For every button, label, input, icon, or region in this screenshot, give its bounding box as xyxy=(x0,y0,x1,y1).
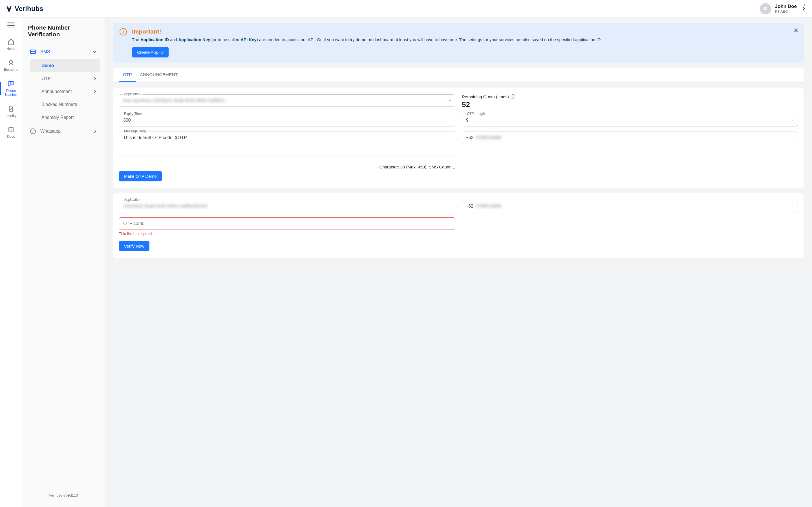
svg-point-6 xyxy=(34,51,35,52)
nav-item-otp[interactable]: OTP xyxy=(30,72,100,85)
alert-body: The Application ID and Application Key (… xyxy=(132,37,797,43)
sms-icon xyxy=(30,48,36,55)
phone-prefix: +62 xyxy=(466,135,473,140)
header: Verihubs JD John Doe PT ABC xyxy=(0,0,812,17)
rail-item-phone[interactable]: Phone Number xyxy=(0,79,22,98)
verify-phone-input[interactable]: 8788218888 xyxy=(462,200,798,212)
tabs-card: OTP ANNOUNCEMENT xyxy=(113,68,804,82)
nav-item-announcement[interactable]: Announcement xyxy=(30,85,100,98)
message-body-input[interactable] xyxy=(119,131,455,157)
user-menu[interactable]: JD John Doe PT ABC xyxy=(760,3,806,14)
verify-application-label: Application xyxy=(122,198,142,202)
otp-code-input[interactable] xyxy=(119,217,455,230)
application-select[interactable]: test-rayorlene-c4318ad1-5ba8-4c92-945a-1… xyxy=(119,94,455,107)
tab-announcement[interactable]: ANNOUNCEMENT xyxy=(136,68,182,82)
rail-item-docs[interactable]: Docs xyxy=(0,125,22,140)
quota-label: Remaining Quota (times) i xyxy=(462,94,798,99)
svg-point-5 xyxy=(33,51,33,52)
message-icon xyxy=(8,80,14,87)
make-otp-demo-button[interactable]: Make OTP Demo xyxy=(119,171,162,181)
svg-point-7 xyxy=(31,129,36,134)
user-name: John Doe xyxy=(775,4,797,9)
main-content: i Important! The Application ID and Appl… xyxy=(105,17,812,507)
tab-otp[interactable]: OTP xyxy=(119,68,136,82)
otp-length-select[interactable] xyxy=(462,114,798,126)
notification-dot-icon xyxy=(804,4,805,6)
nav-group-whatsapp[interactable]: Whatsapp xyxy=(27,124,100,138)
application-label: Application xyxy=(122,92,142,96)
verify-card: Application c4318ad1-5ba8-4c92-945a-1a9f… xyxy=(113,193,804,258)
otp-length-label: OTP Length xyxy=(465,112,487,116)
home-icon xyxy=(8,38,14,45)
svg-text:AI: AI xyxy=(10,60,12,62)
rail-item-biometric[interactable]: AI Biometric xyxy=(0,58,22,73)
chevron-right-icon xyxy=(93,76,97,81)
menu-toggle[interactable] xyxy=(7,22,15,28)
important-alert: i Important! The Application ID and Appl… xyxy=(113,23,804,62)
message-body-label: Message Body xyxy=(122,129,148,133)
brand-logo: Verihubs xyxy=(6,5,43,13)
quota-value: 52 xyxy=(462,100,798,109)
brand-mark-icon xyxy=(6,5,12,12)
create-app-id-button[interactable]: Create App ID xyxy=(132,47,168,57)
nav-item-demo[interactable]: Demo xyxy=(30,59,100,72)
expiry-input[interactable] xyxy=(119,114,455,126)
avatar: JD xyxy=(760,3,771,14)
rail-item-home[interactable]: Home xyxy=(0,37,22,52)
rail-item-identity[interactable]: Identity xyxy=(0,104,22,119)
chevron-right-icon xyxy=(801,6,806,11)
verify-phone-prefix: +62 xyxy=(466,204,473,209)
expiry-label: Expiry Time xyxy=(122,112,144,116)
brand-text: Verihubs xyxy=(15,5,43,13)
chevron-down-icon xyxy=(92,49,97,54)
face-icon: AI xyxy=(8,59,14,66)
close-alert-button[interactable]: ✕ xyxy=(794,27,799,34)
icon-rail: Home AI Biometric Phone Number Identity … xyxy=(0,17,22,507)
chevron-right-icon xyxy=(93,129,97,133)
info-icon: i xyxy=(119,28,127,36)
whatsapp-icon xyxy=(30,128,36,135)
code-icon xyxy=(8,126,14,133)
alert-title: Important! xyxy=(132,28,797,35)
verify-now-button[interactable]: Verify Now xyxy=(119,241,149,251)
sidebar: Phone Number Verification SMS Demo OTP A… xyxy=(22,17,105,507)
nav-item-blocked[interactable]: Blocked Numbers xyxy=(30,98,100,111)
nav-group-sms[interactable]: SMS xyxy=(27,45,100,59)
chevron-right-icon xyxy=(93,89,97,94)
user-company: PT ABC xyxy=(775,9,797,13)
sidebar-title: Phone Number Verification xyxy=(27,24,100,38)
phone-input[interactable]: 8788218888 xyxy=(462,131,798,144)
info-icon[interactable]: i xyxy=(511,94,515,99)
version-text: Ver: dev-7b9d113 xyxy=(27,490,100,500)
char-count: Character: 30 (Max. 459), SMS Count: 1 xyxy=(119,165,455,169)
nav-item-anomaly[interactable]: Anomaly Report xyxy=(30,111,100,124)
svg-rect-2 xyxy=(9,127,13,132)
svg-point-4 xyxy=(32,51,32,52)
document-check-icon xyxy=(8,105,14,112)
verify-application-input[interactable]: c4318ad1-5ba8-4c92-945a-1a9f9c02b432 xyxy=(119,200,455,212)
otp-form-card: Application test-rayorlene-c4318ad1-5ba8… xyxy=(113,88,804,188)
otp-error-message: This field is required xyxy=(119,231,455,236)
